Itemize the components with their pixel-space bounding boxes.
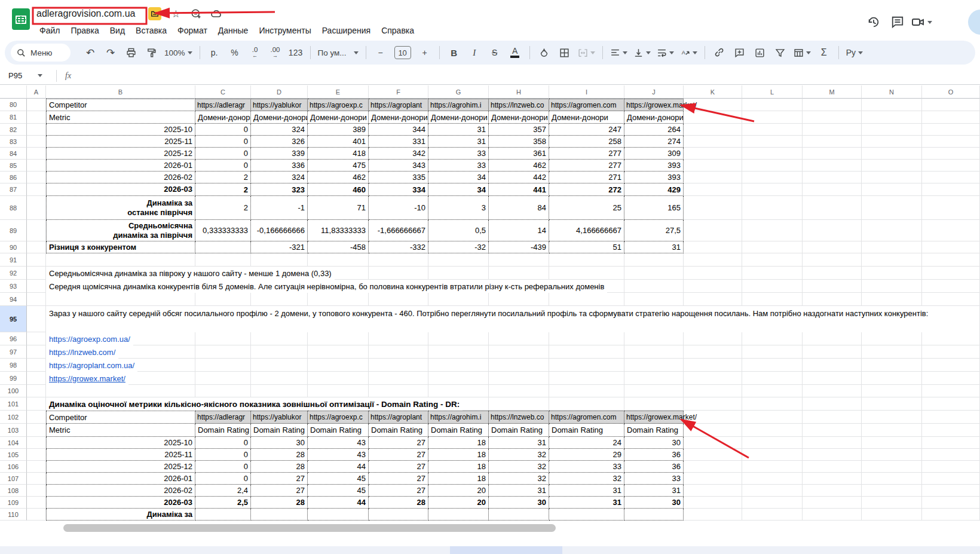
gridcell[interactable] [862,293,922,306]
gridcell[interactable] [624,253,684,267]
gridcell[interactable] [428,372,489,385]
row-label-cell[interactable]: 2026-01 [46,473,195,485]
gridcell[interactable] [862,148,922,160]
gridcell[interactable] [742,437,803,449]
gridcell[interactable] [803,253,862,267]
gridcell[interactable] [742,485,803,497]
value-cell[interactable]: 2 [195,172,251,183]
value-cell[interactable]: 25 [549,196,624,220]
gridcell[interactable] [803,424,862,437]
menu-item-9[interactable]: Справка [376,25,419,36]
gridcell[interactable] [369,372,428,385]
gridcell[interactable] [195,345,251,359]
gridcell[interactable] [862,160,922,172]
gridcell[interactable] [624,293,684,306]
row-header-87[interactable]: 87 [0,183,27,196]
gridcell[interactable] [742,136,803,148]
column-header-O[interactable]: O [922,85,980,99]
row-label-cell[interactable]: Средньомісячна динаміка за півріччя [46,220,195,241]
column-header-L[interactable]: L [742,85,803,99]
value-cell[interactable]: 27 [369,461,428,473]
borders-button[interactable] [558,44,572,61]
value-cell[interactable]: 27 [251,485,308,497]
create-filter-button[interactable] [773,44,788,61]
gridcell[interactable] [862,345,922,359]
gridcell[interactable] [742,183,803,196]
value-cell[interactable]: 34 [428,172,489,183]
value-cell[interactable]: 31 [428,136,489,148]
gridcell[interactable] [803,220,862,241]
value-cell[interactable]: 475 [308,160,369,172]
paint-format-button[interactable] [144,44,158,61]
decrease-decimal-button[interactable]: .0← [248,44,262,61]
gridcell[interactable] [684,253,742,267]
gridcell[interactable] [742,172,803,183]
menu-item-7[interactable]: Инструменты [253,25,316,36]
competitor-url-cell[interactable]: https://agroexp.c [308,411,369,424]
value-cell[interactable]: 361 [489,148,549,160]
gridcell[interactable] [862,136,922,148]
link[interactable]: https://agroexp.com.ua/ [46,332,133,345]
gridcell[interactable] [922,148,980,160]
row-header-85[interactable]: 85 [0,160,27,172]
column-header-D[interactable]: D [251,85,308,99]
gridcell[interactable] [489,253,549,267]
document-title[interactable]: adleragrovision.com.ua [34,7,140,20]
gridcell[interactable] [742,411,803,424]
value-cell[interactable]: 14 [489,220,549,241]
gridcell[interactable] [742,293,803,306]
metric-cell[interactable]: Домени-донори [251,111,308,124]
strikethrough-button[interactable]: S [488,44,502,61]
value-cell[interactable]: 31 [549,485,624,497]
row-header-102[interactable]: 102 [0,411,27,424]
table-views-button[interactable] [794,44,811,61]
value-cell[interactable]: -0,166666666 [251,220,308,241]
value-cell[interactable]: 2 [195,196,251,220]
gridcell[interactable] [803,99,862,111]
value-cell[interactable]: 462 [489,160,549,172]
gridcell[interactable] [684,385,742,397]
horizontal-scrollbar[interactable] [63,524,556,532]
value-cell[interactable]: 0,333333333 [195,220,251,241]
text-rotation-button[interactable]: A [680,44,697,61]
value-cell[interactable]: 27,5 [624,220,684,241]
column-header-H[interactable]: H [489,85,549,99]
gridcell[interactable] [428,385,489,397]
gridcell[interactable] [862,359,922,372]
gridcell[interactable] [46,293,195,306]
name-box[interactable]: P95 [0,71,51,80]
gridcell[interactable] [862,509,922,521]
text-wrap-button[interactable] [657,44,674,61]
value-cell[interactable]: 165 [624,196,684,220]
metric-cell[interactable]: Domain Rating [369,424,428,437]
metric-cell[interactable]: Domain Rating [195,424,251,437]
value-cell[interactable]: -458 [308,241,369,253]
note-text[interactable]: Середньомісячна динаміка за півроку у на… [46,267,335,280]
value-cell[interactable]: 462 [308,172,369,183]
value-cell[interactable]: 27 [369,473,428,485]
gridcell[interactable] [46,253,195,267]
gridcell[interactable] [27,497,46,509]
column-header-N[interactable]: N [862,85,922,99]
value-cell[interactable]: 18 [428,473,489,485]
functions-button[interactable]: Σ [817,44,831,61]
value-cell[interactable]: 429 [624,183,684,196]
gridcell[interactable] [369,332,428,345]
insert-link-button[interactable] [712,44,727,61]
gridcell[interactable] [742,148,803,160]
value-cell[interactable]: 2 [195,183,251,196]
gridcell[interactable] [251,359,308,372]
value-cell[interactable]: -332 [369,241,428,253]
value-cell[interactable]: 324 [251,172,308,183]
gridcell[interactable] [684,332,742,345]
italic-button[interactable]: I [467,44,482,61]
gridcell[interactable] [27,160,46,172]
gridcell[interactable] [251,253,308,267]
gridcell[interactable] [803,359,862,372]
value-cell[interactable]: 389 [308,124,369,136]
value-cell[interactable]: 460 [308,183,369,196]
value-cell[interactable]: 0 [195,148,251,160]
gridcell[interactable] [922,124,980,136]
gridcell[interactable] [862,172,922,183]
gridcell[interactable] [684,424,742,437]
